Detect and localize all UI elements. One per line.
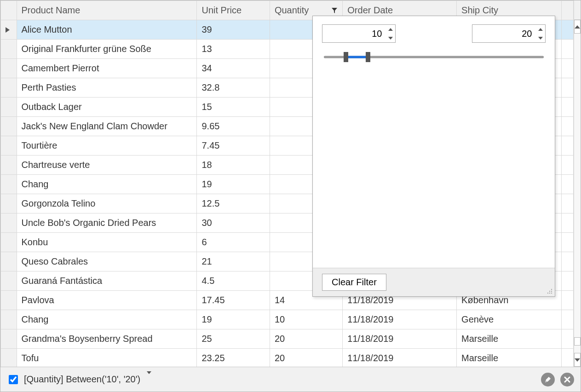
- svg-point-3: [547, 293, 548, 294]
- range-to-spin[interactable]: [472, 24, 546, 43]
- filter-icon[interactable]: [331, 7, 338, 14]
- data-grid: Product Name Unit Price Quantity Order D…: [0, 0, 581, 392]
- clear-filter-round-button[interactable]: [560, 373, 574, 386]
- range-selection: [346, 56, 368, 58]
- cell-price[interactable]: 9.65: [197, 117, 270, 136]
- range-handle-to[interactable]: [366, 52, 370, 62]
- cell-price[interactable]: 23.25: [197, 349, 270, 367]
- cell-product[interactable]: Camembert Pierrot: [17, 59, 197, 78]
- range-slider[interactable]: [324, 51, 544, 63]
- scrollbar-header-spacer: [574, 0, 581, 20]
- row-tail-spacer: [561, 156, 573, 175]
- row-indicator-cell: [1, 349, 17, 367]
- scroll-up-button[interactable]: [574, 20, 581, 34]
- cell-price[interactable]: 17.45: [197, 291, 270, 310]
- row-indicator-cell: [1, 78, 17, 98]
- row-tail-spacer: [561, 175, 573, 194]
- cell-product[interactable]: Chang: [17, 310, 197, 329]
- row-tail-spacer: [561, 98, 573, 117]
- column-header-label: Ship City: [461, 5, 498, 15]
- cell-price[interactable]: 15: [197, 98, 270, 117]
- range-to-input[interactable]: [472, 25, 535, 42]
- cell-price[interactable]: 6: [197, 233, 270, 252]
- cell-date[interactable]: 11/18/2019: [343, 329, 457, 349]
- row-indicator-cell: [1, 136, 17, 156]
- cell-qty[interactable]: 10: [270, 310, 342, 329]
- row-indicator-cell: [1, 213, 17, 233]
- filter-expression-dropdown[interactable]: [147, 374, 151, 385]
- range-handle-from[interactable]: [344, 52, 348, 62]
- cell-price[interactable]: 21: [197, 252, 270, 271]
- cell-date[interactable]: 11/18/2019: [343, 310, 457, 329]
- cell-product[interactable]: Chang: [17, 175, 197, 194]
- cell-price[interactable]: 34: [197, 59, 270, 78]
- row-indicator-cell: [1, 194, 17, 213]
- vertical-scrollbar[interactable]: [574, 0, 581, 367]
- cell-product[interactable]: Uncle Bob's Organic Dried Pears: [17, 213, 197, 233]
- row-tail-spacer: [561, 59, 573, 78]
- close-icon: [564, 376, 570, 383]
- clear-filter-button[interactable]: Clear Filter: [322, 274, 386, 291]
- spin-up-icon[interactable]: [385, 25, 395, 34]
- resize-grip-icon[interactable]: [546, 287, 553, 294]
- cell-product[interactable]: Guaraná Fantástica: [17, 271, 197, 291]
- cell-city[interactable]: Marseille: [457, 329, 561, 349]
- cell-city[interactable]: Marseille: [457, 349, 561, 367]
- row-tail-spacer: [561, 252, 573, 271]
- column-header-product[interactable]: Product Name: [17, 1, 197, 20]
- range-from-input[interactable]: [322, 25, 385, 42]
- cell-product[interactable]: Perth Pasties: [17, 78, 197, 98]
- scroll-down-button[interactable]: [574, 353, 581, 367]
- row-indicator-cell: [1, 310, 17, 329]
- cell-product[interactable]: Jack's New England Clam Chowder: [17, 117, 197, 136]
- cell-product[interactable]: Grandma's Boysenberry Spread: [17, 329, 197, 349]
- cell-qty[interactable]: 20: [270, 349, 342, 367]
- cell-price[interactable]: 13: [197, 40, 270, 59]
- cell-price[interactable]: 7.45: [197, 136, 270, 156]
- cell-price[interactable]: 25: [197, 329, 270, 349]
- grid-header-spacer: [561, 1, 573, 20]
- cell-product[interactable]: Alice Mutton: [17, 20, 197, 40]
- filter-enable-checkbox[interactable]: [9, 375, 18, 384]
- cell-product[interactable]: Chartreuse verte: [17, 156, 197, 175]
- cell-product[interactable]: Gorgonzola Telino: [17, 194, 197, 213]
- cell-price[interactable]: 30: [197, 213, 270, 233]
- spin-down-icon[interactable]: [535, 34, 545, 42]
- row-indicator-header: [1, 1, 17, 20]
- cell-price[interactable]: 39: [197, 20, 270, 40]
- cell-product[interactable]: Tofu: [17, 349, 197, 367]
- column-header-price[interactable]: Unit Price: [197, 1, 270, 20]
- row-indicator-cell: [1, 156, 17, 175]
- cell-product[interactable]: Queso Cabrales: [17, 252, 197, 271]
- cell-price[interactable]: 19: [197, 310, 270, 329]
- range-from-spin[interactable]: [322, 24, 396, 43]
- cell-price[interactable]: 19: [197, 175, 270, 194]
- row-tail-spacer: [561, 117, 573, 136]
- scrollbar-thumb[interactable]: [574, 337, 581, 346]
- cell-date[interactable]: 11/18/2019: [343, 349, 457, 367]
- spin-down-icon[interactable]: [385, 34, 395, 42]
- cell-price[interactable]: 18: [197, 156, 270, 175]
- scrollbar-track[interactable]: [574, 34, 581, 353]
- cell-city[interactable]: Genève: [457, 310, 561, 329]
- row-tail-spacer: [561, 233, 573, 252]
- cell-price[interactable]: 12.5: [197, 194, 270, 213]
- cell-qty[interactable]: 20: [270, 329, 342, 349]
- spin-up-icon[interactable]: [535, 25, 545, 34]
- cell-product[interactable]: Konbu: [17, 233, 197, 252]
- row-indicator-cell: [1, 20, 17, 40]
- cell-price[interactable]: 4.5: [197, 271, 270, 291]
- cell-price[interactable]: 32.8: [197, 78, 270, 98]
- row-indicator-cell: [1, 233, 17, 252]
- cell-product[interactable]: Original Frankfurter grüne Soße: [17, 40, 197, 59]
- column-header-label: Order Date: [347, 5, 393, 15]
- cell-product[interactable]: Tourtière: [17, 136, 197, 156]
- table-row[interactable]: Grandma's Boysenberry Spread252011/18/20…: [1, 329, 574, 349]
- edit-filter-button[interactable]: [541, 373, 555, 386]
- row-tail-spacer: [561, 349, 573, 367]
- cell-product[interactable]: Outback Lager: [17, 98, 197, 117]
- table-row[interactable]: Chang191011/18/2019Genève: [1, 310, 574, 329]
- cell-product[interactable]: Pavlova: [17, 291, 197, 310]
- row-tail-spacer: [561, 136, 573, 156]
- table-row[interactable]: Tofu23.252011/18/2019Marseille: [1, 349, 574, 367]
